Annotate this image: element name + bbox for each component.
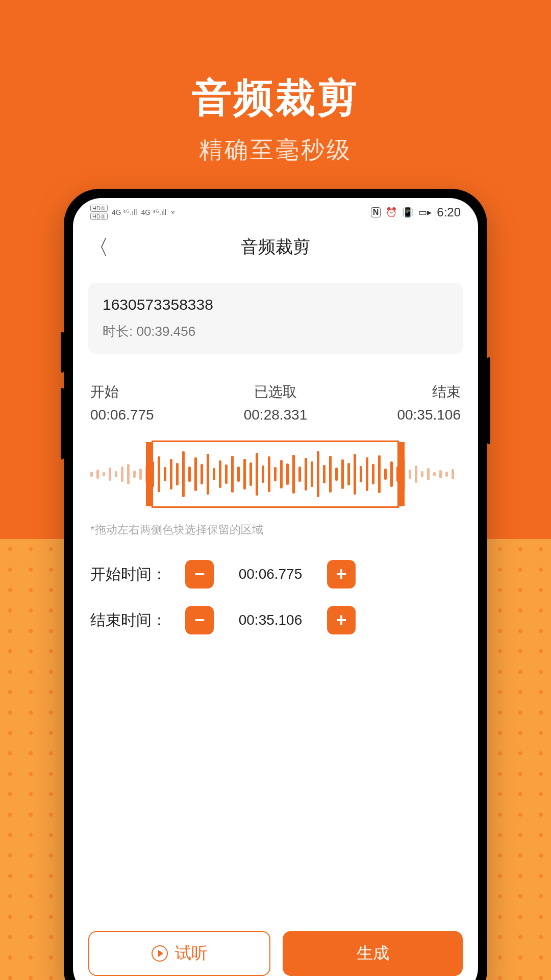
selection-box[interactable]: [152, 440, 399, 508]
play-icon: [152, 945, 168, 962]
waveform-bar: [439, 470, 442, 478]
waveform-bar: [109, 468, 111, 481]
selected-value: 00:28.331: [244, 407, 308, 423]
phone-frame: HD① HD② 4G ⁴ᴳ.ıll 4G ⁴ᴳ.ıll ᯤ N ⏰ 📳 ▭▸ 6…: [64, 189, 487, 980]
end-time-row: 结束时间： − 00:35.106 +: [90, 606, 461, 634]
waveform-bar: [139, 469, 142, 480]
marketing-title: 音频裁剪: [0, 71, 551, 125]
end-plus-button[interactable]: +: [327, 606, 356, 634]
preview-label: 试听: [175, 942, 208, 965]
timeline-summary: 开始 00:06.775 已选取 00:28.331 结束 00:35.106: [90, 382, 461, 423]
page-title: 音频裁剪: [241, 235, 310, 259]
waveform-bar: [415, 465, 417, 483]
alarm-icon: ⏰: [386, 207, 397, 218]
start-minus-button[interactable]: −: [185, 560, 214, 589]
nfc-icon: N: [371, 207, 381, 217]
waveform-bar: [433, 472, 436, 476]
selection-handle-right[interactable]: [397, 442, 405, 506]
battery-icon: ▭▸: [418, 207, 432, 218]
waveform-bar: [121, 467, 123, 482]
app-header: 〈 音频裁剪: [73, 227, 478, 267]
waveform-bar: [90, 472, 93, 477]
waveform-bar: [127, 464, 130, 484]
end-value: 00:35.106: [397, 407, 461, 423]
waveform-bar: [133, 471, 136, 478]
vibrate-icon: 📳: [402, 207, 413, 218]
start-time-row: 开始时间： − 00:06.775 +: [90, 560, 461, 589]
signal2-icon: 4G ⁴ᴳ.ıll: [141, 208, 166, 216]
bottom-actions: 试听 生成: [88, 931, 463, 976]
start-value: 00:06.775: [90, 407, 154, 423]
phone-screen: HD① HD② 4G ⁴ᴳ.ıll 4G ⁴ᴳ.ıll ᯤ N ⏰ 📳 ▭▸ 6…: [73, 198, 478, 980]
end-time-label: 结束时间：: [90, 610, 177, 631]
selection-handle-left[interactable]: [146, 442, 153, 506]
start-time-label: 开始时间：: [90, 564, 177, 585]
end-label: 结束: [397, 382, 461, 402]
waveform-bar: [409, 470, 411, 479]
file-name: 1630573358338: [103, 296, 448, 313]
signal1-icon: 4G ⁴ᴳ.ıll: [112, 208, 137, 216]
marketing-subtitle: 精确至毫秒级: [0, 134, 551, 166]
waveform-bar: [115, 471, 117, 477]
drag-hint: *拖动左右两侧色块选择保留的区域: [90, 522, 461, 537]
back-button[interactable]: 〈: [88, 233, 109, 261]
end-time-input[interactable]: 00:35.106: [222, 606, 319, 634]
generate-button[interactable]: 生成: [283, 931, 463, 976]
generate-label: 生成: [357, 942, 389, 965]
hd2-icon: HD②: [90, 213, 108, 220]
waveform[interactable]: [90, 438, 461, 510]
waveform-bar: [96, 470, 99, 479]
file-info-card: 1630573358338 时长: 00:39.456: [88, 283, 463, 354]
waveform-bar: [452, 469, 454, 479]
wifi-icon: ᯤ: [170, 208, 178, 216]
file-duration: 时长: 00:39.456: [103, 323, 448, 340]
preview-button[interactable]: 试听: [88, 931, 270, 976]
start-time-input[interactable]: 00:06.775: [222, 560, 319, 589]
waveform-bar: [421, 471, 423, 477]
hd1-icon: HD①: [90, 205, 108, 212]
waveform-bar: [427, 468, 430, 480]
start-label: 开始: [90, 382, 154, 402]
end-minus-button[interactable]: −: [185, 606, 214, 634]
clock: 6:20: [437, 205, 461, 219]
waveform-bar: [103, 472, 105, 476]
status-bar: HD① HD② 4G ⁴ᴳ.ıll 4G ⁴ᴳ.ıll ᯤ N ⏰ 📳 ▭▸ 6…: [73, 198, 478, 227]
start-plus-button[interactable]: +: [327, 560, 356, 589]
selected-label: 已选取: [244, 382, 308, 402]
waveform-bar: [445, 472, 448, 477]
